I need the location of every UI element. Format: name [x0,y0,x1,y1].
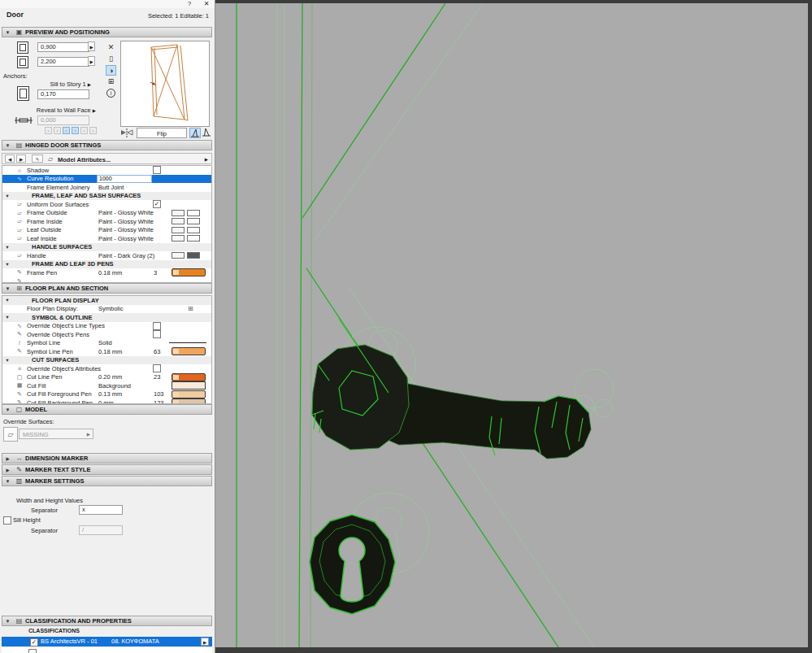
close-icon[interactable]: ✕ [202,0,211,8]
pen-color-swatch[interactable] [172,347,206,355]
override-surface-dropdown[interactable]: MISSING ▶ [19,429,93,439]
paint-bucket-icon[interactable]: ▱ [3,427,18,442]
param-value[interactable]: 0.18 mm [98,348,122,355]
param-row[interactable]: ▦Cut FillBackground [2,381,211,390]
pen-number[interactable]: 3 [154,269,157,276]
width-field[interactable]: 0,900 [37,42,89,52]
anchor-position-icon[interactable]: ▫ [89,127,97,134]
param-row[interactable]: ✎Override Object's Pens [2,330,211,339]
axonometry-view-icon[interactable]: ✕ [106,42,116,53]
mirror-icon[interactable] [119,128,135,138]
elevation-view-icon[interactable]: ▯ [106,54,116,64]
section-preview-positioning[interactable]: ▼ ▣ PREVIEW AND POSITIONING [2,27,212,37]
pen-number[interactable]: 103 [154,390,164,398]
separator-input[interactable]: x [79,505,123,515]
surface-swatch[interactable] [187,235,200,242]
param-value[interactable]: Symbolic [98,305,123,312]
attributes-page-label[interactable]: Model Attributes... [58,156,111,163]
classification-row[interactable]: ✓ BS ArchitectsVR - 01 08. ΚΟΥΦΩΜΑΤΑ ▶ [2,637,212,646]
param-row[interactable]: ✎ [2,277,211,284]
param-row[interactable]: ∿Curve Resolution1000 [2,175,211,184]
param-value[interactable]: 0.13 mm [98,390,122,398]
3d-viewport[interactable] [215,0,812,653]
section-dimension-marker[interactable]: ▶ ↔ DIMENSION MARKER [2,453,212,464]
section-classification[interactable]: ▼ ▤ CLASSIFICATION AND PROPERTIES [2,616,212,626]
section-hinged-door-settings[interactable]: ▼ ▤ HINGED DOOR SETTINGS [2,140,212,150]
param-group-header[interactable]: ▼SYMBOL & OUTLINE [2,313,211,322]
param-row[interactable]: ☼Shadow [2,166,211,175]
param-row[interactable]: ✎Frame Pen0.18 mm3 [2,268,211,277]
param-row[interactable]: ▱Uniform Door Surfaces✓ [2,200,211,209]
floor-plan-display-icon[interactable]: ⊞ [188,305,193,312]
param-checkbox[interactable] [153,322,161,330]
param-value[interactable]: Paint - Glossy White [98,218,154,225]
sill-value-field[interactable]: 0,170 [37,89,89,99]
pen-color-swatch[interactable] [172,373,206,381]
anchor-position-icon[interactable]: ▫ [54,127,61,134]
param-value[interactable]: Paint - Glossy White [98,209,154,216]
param-value[interactable]: 0.20 mm [98,373,122,381]
classification-flyout-button[interactable]: ▶ [201,638,209,646]
param-row[interactable]: ▱Leaf OutsidePaint - Glossy White [2,226,211,235]
section-model[interactable]: ▼ ▢ MODEL [2,404,212,415]
section-marker-text-style[interactable]: ▶ ✎ MARKER TEXT STYLE [2,464,212,475]
surface-swatch[interactable] [187,218,200,224]
surface-swatch[interactable] [172,218,185,224]
door-swing-left-icon[interactable] [189,128,201,138]
section-view-icon[interactable]: ⊞ [106,76,116,87]
anchor-position-icon[interactable]: ▫ [72,127,79,134]
surface-swatch[interactable] [172,227,185,233]
param-checkbox[interactable] [153,364,161,372]
param-row[interactable]: ✎Cut Fill Foreground Pen0.13 mm103 [2,390,211,399]
param-row[interactable]: ▱Frame InsidePaint - Glossy White [2,217,211,226]
door-preview-box[interactable] [120,41,210,127]
param-group-header[interactable]: ▼FRAME AND LEAF 3D PENS [2,260,211,269]
3d-view-icon[interactable]: ◑ [106,65,116,76]
chevron-right-icon[interactable]: ▶ [205,157,208,162]
flip-button[interactable]: Flip [137,128,187,138]
anchor-position-icon[interactable]: ▫ [45,127,52,134]
param-row[interactable]: Frame Element JoineryButt Joint [2,183,211,192]
fill-swatch[interactable] [172,381,206,390]
door-swing-right-icon[interactable] [202,128,213,138]
height-flyout-button[interactable]: ▶ [88,56,95,66]
param-group-header[interactable]: ▼HANDLE SURFACES [2,243,211,252]
param-value[interactable]: Paint - Dark Gray (2) [98,252,154,259]
anchor-position-icon[interactable]: ▫ [63,127,70,134]
pen-number[interactable]: 23 [154,373,160,381]
param-row[interactable]: ▱Frame OutsidePaint - Glossy White [2,209,211,218]
param-group-header[interactable]: ▼CUT SURFACES [2,356,211,365]
param-row[interactable]: /Symbol LineSolid [2,339,211,348]
section-floor-plan[interactable]: ▼ ⊞ FLOOR PLAN AND SECTION [2,283,212,294]
help-icon[interactable]: ? [185,0,194,8]
pen-color-swatch[interactable] [172,268,206,276]
surface-swatch[interactable] [172,235,185,242]
surface-swatch[interactable] [187,210,200,216]
param-value[interactable]: Paint - Glossy White [98,235,154,242]
param-row[interactable]: ∿Override Object's Line Types [2,322,211,331]
surface-swatch[interactable] [172,252,185,259]
pen-color-swatch[interactable] [172,398,206,404]
height-field[interactable]: 2,200 [37,57,89,67]
param-checkbox[interactable] [153,166,161,174]
param-row[interactable]: ▱Leaf InsidePaint - Glossy White [2,234,211,243]
width-flyout-button[interactable]: ▶ [88,41,95,51]
surface-swatch[interactable] [172,210,185,216]
prev-page-button[interactable]: ◀ [5,155,15,163]
pen-color-swatch[interactable] [172,390,206,398]
surface-swatch[interactable] [187,252,200,259]
sill-height-checkbox[interactable] [3,516,11,525]
sill-anchor-dropdown[interactable]: Sill to Story 1 ▶ [33,81,91,88]
param-group-header[interactable]: ▼FLOOR PLAN DISPLAY [2,296,211,305]
classification-checkbox[interactable] [28,649,37,653]
param-row[interactable]: ✎Symbol Line Pen0.18 mm63 [2,347,211,356]
surface-swatch[interactable] [187,227,200,233]
param-row[interactable]: ▱HandlePaint - Dark Gray (2) [2,251,211,260]
reveal-anchor-dropdown[interactable]: Reveal to Wall Face ▶ [33,107,96,114]
param-value[interactable]: Paint - Glossy White [98,226,154,233]
section-marker-settings[interactable]: ▼ ▥ MARKER SETTINGS [2,476,212,486]
param-group-header[interactable]: ▼FRAME, LEAF AND SASH SURFACES [2,192,211,201]
edit-settings-icon[interactable]: ✎ [32,155,43,163]
param-checkbox[interactable] [153,330,161,338]
info-icon[interactable]: i [106,88,116,98]
